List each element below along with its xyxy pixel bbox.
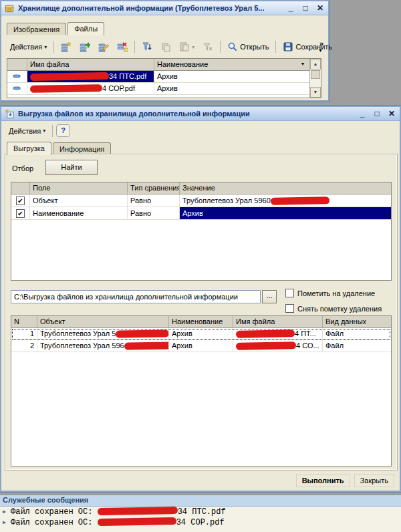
results-col-kind[interactable]: Вид данных — [323, 316, 391, 327]
file-row-1-filename: 34 ПТС.pdf — [27, 71, 154, 82]
filter-table: Поле Тип сравнения Значение ✔ Объект Рав… — [11, 182, 392, 281]
filter-col-field[interactable]: Поле — [30, 182, 128, 194]
redaction-scribble — [271, 196, 329, 205]
message-line-2[interactable]: ▶Файл сохранен ОС: 34 СОР.pdf — [0, 517, 401, 528]
scrollbar-thumb[interactable] — [311, 70, 320, 79]
toolbar-overflow-arrow-icon[interactable]: ▼ — [318, 48, 323, 53]
filter-row-1-value: Трубоплетевоз Урал 5960 — [180, 194, 391, 207]
actions-menu-label: Действия — [9, 127, 41, 135]
results-col-n[interactable]: N — [11, 316, 37, 327]
actions-menu-arrow-icon: ▾ — [43, 128, 45, 134]
file-row-1[interactable]: 34 ПТС.pdf Архив — [7, 71, 321, 83]
export-window-title: Выгрузка файлов из хранилища дополнитель… — [18, 110, 250, 118]
scroll-down-icon[interactable]: ▼ — [310, 87, 321, 98]
message-bullet-icon[interactable]: ▶ — [3, 509, 6, 515]
export-path-input[interactable]: C:\Выгрузка файлов из хранилища дополнит… — [11, 290, 261, 303]
paste-menu-arrow-icon: ▾ — [192, 44, 194, 50]
find-button[interactable]: Найти — [45, 160, 98, 175]
mark-delete-checkbox[interactable] — [285, 289, 294, 297]
export-icon — [5, 109, 15, 119]
tab-files[interactable]: Файлы — [68, 22, 104, 35]
scroll-up-icon[interactable]: ▲ — [310, 59, 321, 70]
save-button-label: Сохранить — [295, 43, 332, 51]
help-button[interactable]: ? — [56, 124, 70, 137]
unmark-delete-option[interactable]: Снять пометку удаления — [285, 304, 382, 313]
minimize-button[interactable]: _ — [358, 109, 367, 118]
result-row-2[interactable]: 2 Трубоплетевоз Урал 5960... Архив 4 СО.… — [11, 340, 391, 352]
actions-menu-label: Действия — [10, 43, 42, 51]
filter-col-value[interactable]: Значение — [180, 182, 391, 194]
mark-delete-label: Пометить на удаление — [297, 289, 375, 297]
message-line-1[interactable]: ▶Файл сохранен ОС: 34 ПТС.pdf — [0, 507, 401, 517]
result-row-1[interactable]: 1 Трубоплетевоз Урал 5... Архив 4 ПТ... … — [11, 328, 391, 340]
unmark-delete-label: Снять пометку удаления — [297, 305, 382, 313]
files-col-name[interactable]: Наименование — [154, 59, 295, 70]
results-col-file[interactable]: Имя файла — [233, 316, 323, 327]
maximize-button[interactable]: □ — [372, 109, 382, 118]
service-messages-panel: Служебные сообщения ▶Файл сохранен ОС: 3… — [0, 495, 401, 532]
add-button[interactable] — [57, 39, 75, 54]
redaction-scribble — [98, 517, 176, 526]
filter-row-2-value: Архив — [180, 207, 391, 219]
close-dialog-button[interactable]: Закрыть — [354, 474, 394, 487]
files-col-filename[interactable]: Имя файла — [27, 59, 154, 70]
export-titlebar[interactable]: Выгрузка файлов из хранилища дополнитель… — [1, 107, 400, 121]
sort-indicator-icon[interactable]: ▼ — [295, 59, 311, 70]
open-button-label: Открыть — [240, 43, 269, 51]
save-button[interactable]: Сохранить — [279, 39, 336, 54]
tab-images[interactable]: Изображения — [7, 23, 66, 35]
close-button[interactable]: ✕ — [387, 109, 396, 118]
maximize-button[interactable]: □ — [301, 3, 310, 13]
close-button[interactable]: ✕ — [315, 3, 325, 13]
filter-col-check[interactable] — [11, 182, 30, 194]
filter-row-2-field: Наименование — [30, 207, 128, 219]
tab-info[interactable]: Информация — [53, 142, 111, 154]
storage-window-title: Хранилище дополнительной информации (Тру… — [18, 4, 264, 12]
filter-clear-button-disabled[interactable] — [199, 39, 217, 54]
set-order-button[interactable] — [138, 39, 156, 54]
files-col-icon[interactable] — [7, 59, 27, 70]
actions-menu-button[interactable]: Действия ▾ — [5, 125, 49, 137]
message-bullet-icon[interactable]: ▶ — [3, 519, 6, 525]
paste-button-disabled[interactable]: ▾ — [176, 39, 198, 54]
filter-row-2-checkbox[interactable]: ✔ — [16, 209, 25, 218]
result-row-2-kind: Файл — [323, 340, 391, 352]
minimize-button[interactable]: _ — [286, 3, 295, 13]
open-button[interactable]: Открыть — [224, 39, 272, 54]
browse-button[interactable]: ... — [262, 290, 277, 303]
filter-row-1-field: Объект — [30, 194, 128, 207]
delete-button[interactable] — [114, 39, 131, 54]
toolbar-overflow-button[interactable]: » — [319, 39, 323, 47]
filter-row-2-comparison: Равно — [128, 207, 180, 219]
filter-row-1-comparison: Равно — [128, 194, 180, 207]
storage-titlebar[interactable]: Хранилище дополнительной информации (Тру… — [1, 1, 328, 15]
files-table-scrollbar[interactable]: ▲ ▼ — [309, 59, 321, 98]
actions-menu-button[interactable]: Действия ▾ — [7, 41, 50, 53]
results-col-object[interactable]: Объект — [37, 316, 169, 327]
tab-upload[interactable]: Выгрузка — [7, 142, 51, 155]
filter-row-1[interactable]: ✔ Объект Равно Трубоплетевоз Урал 5960 — [11, 194, 391, 207]
unmark-delete-checkbox[interactable] — [285, 304, 294, 313]
toolbar-separator — [53, 41, 54, 53]
mark-delete-option[interactable]: Пометить на удаление — [285, 289, 375, 297]
result-row-1-object: Трубоплетевоз Урал 5... — [37, 328, 169, 340]
copy-button-disabled[interactable] — [157, 39, 174, 54]
file-row-2-name: Архив — [154, 83, 306, 94]
file-row-2-filename: 4 СОР.pdf — [27, 83, 154, 94]
filter-row-1-checkbox[interactable]: ✔ — [16, 196, 25, 205]
file-row-1-name: Архив — [154, 71, 306, 82]
result-row-1-name: Архив — [169, 328, 233, 340]
files-table: Имя файла Наименование ▼ 34 ПТС.pdf Архи… — [7, 58, 321, 98]
filter-row-2[interactable]: ✔ Наименование Равно Архив — [11, 207, 391, 220]
redaction-scribble — [30, 84, 102, 93]
toolbar-separator — [134, 41, 135, 53]
execute-button[interactable]: Выполнить — [296, 474, 350, 487]
filter-col-comparison[interactable]: Тип сравнения — [128, 182, 180, 194]
results-col-name[interactable]: Наименование — [169, 316, 233, 327]
result-row-1-kind: Файл — [323, 328, 391, 340]
toolbar-separator — [275, 41, 276, 53]
attachment-icon — [7, 71, 27, 82]
edit-button[interactable] — [95, 39, 112, 54]
file-row-2[interactable]: 4 СОР.pdf Архив — [7, 83, 321, 95]
add-copy-button[interactable] — [76, 39, 94, 54]
